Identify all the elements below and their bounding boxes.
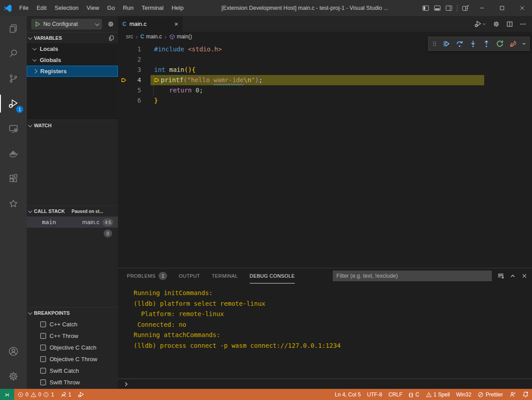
activity-account[interactable] bbox=[0, 339, 27, 364]
customize-layout-icon[interactable] bbox=[462, 4, 469, 12]
line-number[interactable]: 1 bbox=[130, 44, 141, 54]
debug-console-input[interactable] bbox=[118, 379, 532, 389]
toolbar-drag-handle[interactable] bbox=[430, 38, 439, 50]
debug-status[interactable] bbox=[75, 389, 88, 400]
menu-terminal[interactable]: Terminal bbox=[138, 0, 168, 16]
problems-status[interactable]: 0 0 1 bbox=[14, 389, 57, 400]
remote-indicator[interactable] bbox=[0, 389, 14, 400]
editor-gear-icon[interactable] bbox=[493, 21, 500, 28]
breakpoint-gutter[interactable] bbox=[118, 44, 130, 54]
run-or-debug-button[interactable] bbox=[474, 20, 486, 28]
activity-run-and-debug[interactable]: 1 bbox=[0, 91, 27, 116]
clear-console-icon[interactable] bbox=[497, 272, 504, 279]
cursor-position[interactable]: Ln 4, Col 5 bbox=[332, 389, 364, 400]
toggle-sidebar-icon[interactable] bbox=[422, 4, 429, 12]
maximize-button[interactable] bbox=[492, 0, 512, 16]
console-filter-input[interactable] bbox=[333, 271, 492, 281]
thread-row[interactable]: 0 bbox=[27, 228, 118, 239]
stack-frame-main[interactable]: main main.c 4:5 bbox=[27, 217, 118, 228]
step-over-button[interactable] bbox=[453, 38, 466, 50]
tab-output[interactable]: OUTPUT bbox=[179, 268, 200, 283]
line-number[interactable]: 5 bbox=[130, 85, 141, 96]
menu-go[interactable]: Go bbox=[103, 0, 119, 16]
eol-indicator[interactable]: CRLF bbox=[385, 389, 406, 400]
code-line-3[interactable]: 3int main(){ bbox=[118, 65, 532, 75]
debug-toolbar-chevron-icon[interactable] bbox=[520, 38, 528, 50]
checkbox-unchecked[interactable] bbox=[40, 333, 46, 339]
menu-run[interactable]: Run bbox=[119, 0, 138, 16]
copy-icon[interactable] bbox=[108, 35, 114, 41]
more-actions-icon[interactable] bbox=[519, 21, 527, 28]
checkbox-unchecked[interactable] bbox=[40, 379, 46, 385]
breakpoint-item[interactable]: Swift Catch bbox=[27, 365, 118, 376]
breakpoint-gutter[interactable] bbox=[118, 96, 130, 106]
breakpoint-item[interactable]: C++ Catch bbox=[27, 318, 118, 330]
call-stack-header[interactable]: CALL STACK Paused on st... bbox=[27, 206, 118, 217]
tab-main-c[interactable]: C main.c × bbox=[118, 16, 183, 32]
breakpoint-item[interactable]: Objective C Throw bbox=[27, 353, 118, 365]
activity-settings[interactable] bbox=[0, 364, 27, 389]
breakpoint-gutter[interactable] bbox=[118, 54, 130, 65]
breakpoint-item[interactable]: Objective C Catch bbox=[27, 342, 118, 353]
feedback-button[interactable] bbox=[506, 389, 519, 400]
breadcrumb-folder[interactable]: src bbox=[126, 33, 133, 40]
tab-debug-console[interactable]: DEBUG CONSOLE bbox=[250, 268, 295, 283]
activity-explorer[interactable] bbox=[0, 16, 27, 41]
tools-status[interactable]: 1 bbox=[57, 389, 75, 400]
menu-edit[interactable]: Edit bbox=[33, 0, 50, 16]
minimize-button[interactable] bbox=[472, 0, 492, 16]
step-into-button[interactable] bbox=[467, 38, 479, 50]
tab-terminal[interactable]: TERMINAL bbox=[212, 268, 238, 283]
breakpoint-gutter[interactable] bbox=[118, 65, 130, 75]
line-number[interactable]: 6 bbox=[130, 96, 141, 106]
launch-configuration-dropdown[interactable]: No Configurat bbox=[31, 19, 102, 29]
activity-docker[interactable] bbox=[0, 141, 27, 166]
variables-globals[interactable]: Globals bbox=[27, 54, 118, 66]
maximize-panel-icon[interactable] bbox=[510, 273, 516, 279]
line-number[interactable]: 2 bbox=[130, 54, 141, 65]
line-number[interactable]: 3 bbox=[130, 65, 141, 75]
language-mode[interactable]: {}C bbox=[406, 389, 423, 400]
breakpoint-item[interactable]: Swift Throw bbox=[27, 376, 118, 388]
checkbox-unchecked[interactable] bbox=[40, 368, 46, 374]
encoding-indicator[interactable]: UTF-8 bbox=[364, 389, 385, 400]
activity-favorites[interactable] bbox=[0, 191, 27, 216]
menu-file[interactable]: File bbox=[15, 0, 33, 16]
breadcrumb-symbol[interactable]: main() bbox=[169, 33, 192, 40]
debug-current-line-arrow-icon[interactable] bbox=[118, 75, 130, 85]
split-editor-icon[interactable] bbox=[506, 21, 513, 28]
activity-source-control[interactable] bbox=[0, 66, 27, 91]
restart-button[interactable] bbox=[494, 38, 506, 50]
code-line-2[interactable]: 2 bbox=[118, 54, 532, 65]
spell-checker-status[interactable]: 1 Spell bbox=[423, 389, 453, 400]
activity-extensions[interactable] bbox=[0, 166, 27, 191]
continue-button[interactable] bbox=[440, 38, 452, 50]
close-button[interactable] bbox=[512, 0, 532, 16]
activity-remote-explorer[interactable] bbox=[0, 116, 27, 141]
breadcrumb-file[interactable]: Cmain.c bbox=[140, 33, 162, 40]
platform-indicator[interactable]: Win32 bbox=[453, 389, 474, 400]
menu-view[interactable]: View bbox=[83, 0, 103, 16]
code-editor[interactable]: 1#include <stdio.h>23int main(){4printf(… bbox=[118, 42, 532, 268]
breakpoint-item[interactable]: C++ Throw bbox=[27, 330, 118, 342]
disconnect-button[interactable] bbox=[507, 38, 519, 50]
code-line-6[interactable]: 6} bbox=[118, 96, 532, 106]
breakpoints-header[interactable]: BREAKPOINTS bbox=[27, 308, 118, 318]
formatter-status[interactable]: Prettier bbox=[474, 389, 506, 400]
checkbox-unchecked[interactable] bbox=[40, 345, 46, 350]
open-launch-json-gear-icon[interactable] bbox=[107, 21, 114, 28]
code-line-4[interactable]: 4printf("hello wamr-ide\n"); bbox=[118, 75, 532, 85]
toggle-secondary-sidebar-icon[interactable] bbox=[445, 4, 452, 12]
checkbox-unchecked[interactable] bbox=[40, 356, 46, 362]
watch-header[interactable]: WATCH bbox=[27, 120, 118, 131]
variables-locals[interactable]: Locals bbox=[27, 43, 118, 54]
tab-problems[interactable]: PROBLEMS1 bbox=[127, 268, 167, 283]
start-debugging-icon[interactable] bbox=[34, 21, 41, 27]
checkbox-unchecked[interactable] bbox=[40, 321, 46, 327]
variables-registers[interactable]: Registers bbox=[27, 66, 118, 77]
menu-help[interactable]: Help bbox=[168, 0, 188, 16]
close-tab-icon[interactable]: × bbox=[174, 21, 178, 27]
line-number[interactable]: 4 bbox=[130, 75, 141, 85]
breakpoint-gutter[interactable] bbox=[118, 85, 130, 96]
close-panel-icon[interactable] bbox=[521, 273, 528, 279]
